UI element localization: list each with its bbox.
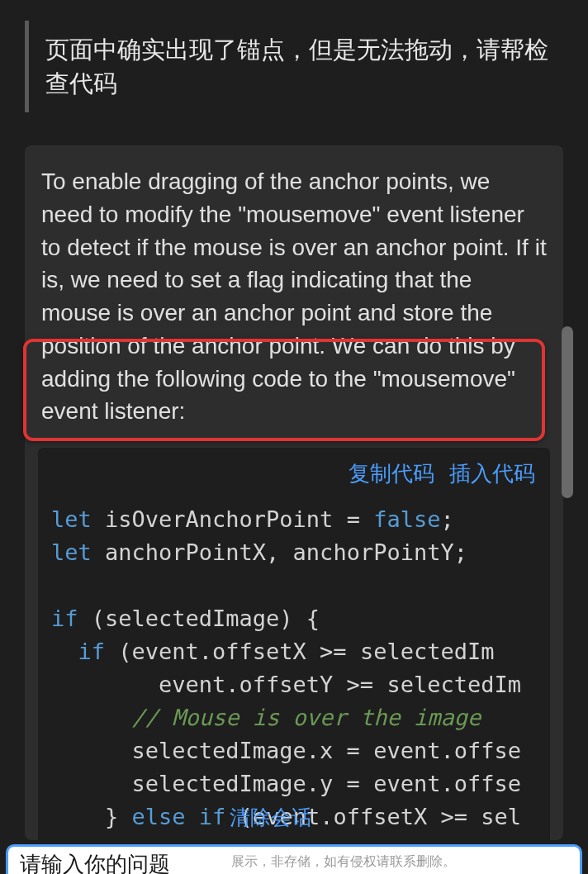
user-message-text: 页面中确实出现了锚点，但是无法拖动，请帮检查代码 [45,33,563,100]
chat-input[interactable]: 请输入你的问题 展示，非存储，如有侵权请联系删除。 [6,844,582,874]
chat-input-hint: 展示，非存储，如有侵权请联系删除。 [231,853,456,871]
code-bool: false [373,506,440,532]
code-toolbar: 复制代码 插入代码 [38,448,550,496]
code-text: isOverAnchorPoint = [92,506,373,532]
copy-code-button[interactable]: 复制代码 [349,459,434,488]
code-text: anchorPointX, anchorPointY; [92,539,467,565]
scrollbar-thumb[interactable] [562,326,573,498]
code-text: ; [440,506,453,532]
clear-session-link[interactable]: 清除会话 [230,804,312,831]
code-block-container: 复制代码 插入代码 let isOverAnchorPoint = false;… [38,448,550,840]
code-keyword: else [132,804,186,829]
code-keyword: if [78,639,106,664]
code-keyword: if [51,606,78,631]
code-comment: // Mouse is over the image [132,705,481,730]
chat-input-placeholder: 请输入你的问题 [20,850,170,874]
code-text: event.offsetY >= selectedIm [51,672,521,697]
user-message-quote: 页面中确实出现了锚点，但是无法拖动，请帮检查代码 [25,21,563,112]
assistant-response-text: To enable dragging of the anchor points,… [41,165,547,428]
code-text: selectedImage.x = event.offse [51,738,521,763]
code-text: (selectedImage) { [78,606,320,631]
insert-code-button[interactable]: 插入代码 [449,459,535,488]
code-text: selectedImage.y = event.offse [51,771,521,796]
code-text: } [51,804,132,829]
code-content: let isOverAnchorPoint = false; let ancho… [38,496,550,840]
code-keyword: let [51,539,92,565]
assistant-response: To enable dragging of the anchor points,… [25,145,563,840]
code-text: (event.offsetX >= selectedIm [105,639,494,664]
code-keyword: let [51,506,92,532]
code-keyword: if [186,804,226,829]
